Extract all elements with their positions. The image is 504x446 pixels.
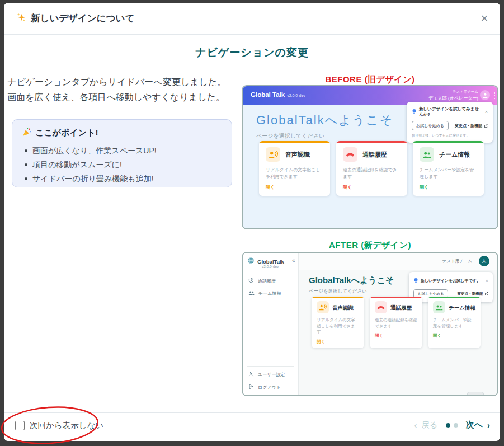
lightbulb-icon — [412, 107, 417, 117]
sidebar-collapse-icon: « — [292, 257, 295, 264]
feature-card-team: チーム情報 チームメンバーや設定を管理します 開く — [413, 141, 484, 196]
after-team-name: テスト用チーム — [442, 259, 472, 264]
after-app-version: v2.0.0-dev — [262, 265, 279, 269]
after-welcome-title: GlobalTalkへようこそ — [309, 275, 394, 286]
highlight-item: 画面が広くなり、作業スペースUP! — [22, 144, 222, 158]
before-screenshot: Global Talkv2.0.0-dev テスト用チーム デモ太郎 (オペレー… — [242, 85, 498, 229]
new-design-dialog: 新しいデザインについて × ナビゲーションの変更 ナビゲーションタブからサイドバ… — [4, 3, 500, 441]
feature-card-voice: 音声認識 リアルタイムの文字起こしを利用できます 開く — [312, 297, 364, 348]
phone-icon — [375, 301, 387, 313]
party-popper-icon — [22, 128, 31, 138]
before-app-version: v2.0.0-dev — [287, 93, 305, 97]
highlights-list: 画面が広くなり、作業スペースUP! 項目の移動がスムーズに! サイドバーの折り畳… — [22, 144, 222, 186]
people-icon — [420, 147, 434, 162]
highlights-box: ここがポイント! 画面が広くなり、作業スペースUP! 項目の移動がスムーズに! … — [12, 119, 232, 187]
before-user-name: デモ太郎 (オペレーター) — [428, 95, 478, 102]
highlight-item: 項目の移動がスムーズに! — [22, 158, 222, 172]
clipped-badge — [467, 392, 484, 396]
before-label: BEFORE (旧デザイン) — [242, 74, 498, 85]
open-link: 開く — [420, 184, 477, 190]
user-icon — [248, 371, 254, 378]
page-title: ナビゲーションの変更 — [4, 45, 500, 60]
after-label: AFTER (新デザイン) — [242, 240, 498, 251]
dont-show-again-label: 次回から表示しない — [30, 420, 103, 431]
feature-card-history: 通話履歴 過去の通話記録を確認できます 開く — [336, 141, 407, 196]
page-dot — [454, 423, 458, 428]
feature-card-history: 通話履歴 過去の通話記録を確認できます 開く — [370, 297, 422, 348]
external-link-icon — [484, 124, 488, 128]
pagination-dots — [446, 423, 458, 428]
logout-icon — [248, 384, 254, 391]
after-screenshot: GlobalTalk v2.0.0-dev « 通話履歴 チーム情報 ユーザー設… — [242, 252, 498, 396]
open-link: 開く — [375, 333, 417, 339]
before-welcome-subtitle: ページを選択してください — [256, 132, 324, 140]
open-link: 開く — [433, 333, 475, 339]
external-link-icon — [484, 292, 488, 296]
before-team-name: テスト用チーム — [428, 88, 478, 95]
close-icon[interactable]: × — [477, 11, 492, 26]
close-icon: × — [486, 278, 488, 284]
sidebar-item-logout: ログアウト — [248, 384, 281, 391]
dialog-footer: 次回から表示しない ‹ 戻る 次へ › — [4, 412, 500, 441]
highlights-title: ここがポイント! — [22, 128, 222, 138]
before-banner-text: 新しいデザインを試してみませんか? — [419, 106, 483, 118]
intro-line-1: ナビゲーションタブからサイドバーへ変更しました。 — [7, 74, 242, 90]
history-icon — [248, 278, 254, 284]
page-dot-active — [446, 423, 450, 428]
before-changelog-link: 変更点・新機能 — [455, 123, 488, 129]
record-voice-icon — [317, 301, 329, 313]
intro-text: ナビゲーションタブからサイドバーへ変更しました。 画面を広く使え、各項目へ移動し… — [7, 74, 242, 105]
after-welcome-subtitle: ページを選択してください — [309, 288, 367, 295]
chevron-left-icon: ‹ — [414, 421, 417, 430]
before-banner-note: 切り替え後、いつでも元に戻せます。 — [412, 133, 488, 138]
close-icon: × — [485, 109, 488, 115]
open-link: 開く — [343, 184, 401, 190]
before-app-brand: Global Talkv2.0.0-dev — [251, 91, 305, 98]
dialog-header: 新しいデザインについて × — [4, 3, 500, 35]
sidebar-item-team-info: チーム情報 — [248, 290, 281, 297]
sparkles-icon — [16, 12, 26, 25]
people-icon — [433, 301, 445, 313]
next-button[interactable]: 次へ › — [466, 420, 490, 430]
phone-icon — [343, 147, 357, 162]
avatar: 太 — [479, 256, 489, 266]
sidebar-item-user-settings: ユーザー設定 — [248, 371, 285, 378]
after-changelog-link: 変更点・新機能 — [458, 292, 489, 297]
before-trial-start-button: お試しを始める — [412, 121, 449, 130]
dialog-title: 新しいデザインについて — [16, 12, 134, 25]
feature-card-team: チーム情報 チームメンバーや設定を管理します 開く — [428, 297, 481, 348]
record-voice-icon — [266, 147, 280, 162]
dont-show-again-checkbox[interactable] — [15, 421, 25, 430]
after-app-brand: GlobalTalk — [257, 259, 284, 265]
before-trial-banner: 新しいデザインを試してみませんか? × お試しを始める 変更点・新機能 切り替え… — [407, 102, 493, 143]
kebab-menu-icon — [493, 92, 496, 99]
avatar — [480, 90, 490, 100]
before-welcome-title: GlobalTalkへようこそ — [256, 112, 393, 129]
open-link: 開く — [317, 339, 359, 345]
lightbulb-icon — [413, 276, 418, 286]
people-icon — [248, 290, 255, 297]
chevron-right-icon: › — [487, 420, 490, 430]
after-sidebar: GlobalTalk v2.0.0-dev « 通話履歴 チーム情報 ユーザー設… — [243, 253, 299, 395]
open-link: 開く — [266, 184, 323, 190]
feature-card-voice: 音声認識 リアルタイムの文字起こしを利用できます 開く — [259, 141, 330, 196]
back-button[interactable]: ‹ 戻る — [414, 420, 437, 430]
highlight-item: サイドバーの折り畳み機能も追加! — [22, 172, 222, 186]
screen: 新しいデザインについて × ナビゲーションの変更 ナビゲーションタブからサイドバ… — [0, 0, 504, 446]
after-banner-text: 新しいデザインをお試し中です。 — [421, 278, 483, 284]
globe-logo-icon — [247, 256, 255, 266]
intro-line-2: 画面を広く使え、各項目へ移動しやすくなりました。 — [7, 90, 242, 105]
sidebar-item-call-history: 通話履歴 — [248, 278, 276, 284]
